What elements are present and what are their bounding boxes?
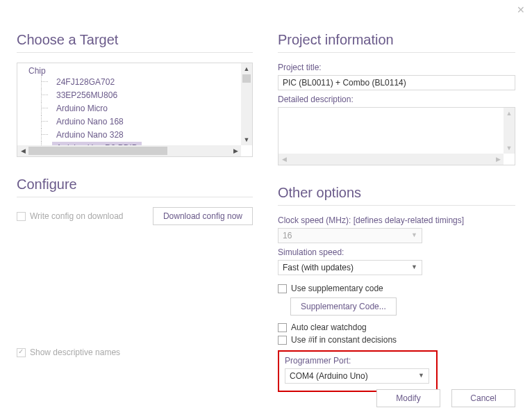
programmer-port-value: COM4 (Arduino Uno) (290, 371, 368, 381)
scroll-right-icon[interactable]: ▶ (492, 154, 504, 165)
tree-item[interactable]: Arduino Nano 328 (17, 129, 241, 142)
desc-label: Detailed description: (278, 95, 515, 104)
tree-item[interactable]: Arduino Micro (17, 102, 241, 115)
cancel-button[interactable]: Cancel (451, 389, 515, 407)
scroll-down-icon[interactable]: ▼ (504, 142, 515, 154)
download-config-button[interactable]: Download config now (153, 207, 253, 225)
desc-content (279, 108, 504, 154)
tree-body: Chip 24FJ128GA70233EP256MU806Arduino Mic… (17, 63, 241, 145)
desc-hscrollbar[interactable]: ◀ ▶ (279, 154, 504, 165)
auto-clear-label: Auto clear watchdog (291, 322, 367, 332)
scroll-up-icon[interactable]: ▲ (504, 108, 515, 119)
tree-item-label: Arduino Nano 168 (52, 115, 128, 129)
divider (278, 52, 515, 53)
scroll-up-icon[interactable]: ▲ (241, 63, 252, 74)
other-options-heading: Other options (278, 185, 515, 201)
divider (17, 197, 253, 197)
clock-speed-select[interactable]: 16 ▼ (278, 228, 422, 243)
write-config-checkbox[interactable] (17, 212, 26, 221)
target-tree[interactable]: Chip 24FJ128GA70233EP256MU806Arduino Mic… (17, 63, 253, 157)
vscroll-thumb[interactable] (242, 74, 251, 83)
use-supp-label: Use supplementary code (291, 284, 383, 293)
use-supp-checkbox[interactable] (278, 284, 287, 293)
tree-item-label: 24FJ128GA702 (52, 76, 119, 89)
scroll-down-icon[interactable]: ▼ (241, 134, 252, 145)
tree-item-label: Arduino Micro (52, 102, 112, 115)
clock-speed-value: 16 (283, 231, 292, 240)
close-icon[interactable]: ✕ (517, 4, 525, 15)
hscroll-thumb[interactable] (28, 147, 167, 155)
programmer-port-select[interactable]: COM4 (Arduino Uno) ▼ (285, 368, 429, 384)
tree-item-label: 33EP256MU806 (52, 89, 122, 102)
show-descriptive-checkbox[interactable]: ✓ (17, 348, 26, 357)
sim-speed-value: Fast (with updates) (283, 263, 354, 272)
divider (278, 205, 515, 206)
show-descriptive-label: Show descriptive names (30, 348, 120, 357)
write-config-label: Write config on download (30, 211, 124, 221)
tree-root-chip[interactable]: Chip (17, 63, 241, 76)
programmer-port-label: Programmer Port: (285, 356, 431, 366)
clock-speed-label: Clock speed (MHz): [defines delay-relate… (278, 215, 515, 225)
chevron-down-icon: ▼ (418, 372, 424, 379)
sim-speed-select[interactable]: Fast (with updates) ▼ (278, 260, 422, 275)
divider (17, 52, 253, 53)
desc-textarea[interactable]: ▲ ▼ ◀ ▶ (278, 107, 515, 165)
vscrollbar[interactable]: ▲ ▼ (241, 63, 252, 145)
tree-item[interactable]: 24FJ128GA702 (17, 76, 241, 89)
programmer-port-highlight: Programmer Port: COM4 (Arduino Uno) ▼ (278, 350, 438, 392)
hscrollbar[interactable]: ◀ ▶ (17, 145, 241, 156)
project-title-label: Project title: (278, 63, 515, 72)
scroll-left-icon[interactable]: ◀ (279, 154, 290, 165)
desc-vscrollbar[interactable]: ▲ ▼ (504, 108, 515, 154)
choose-target-heading: Choose a Target (17, 32, 253, 48)
use-if-label: Use #if in constant decisions (291, 335, 397, 345)
configure-heading: Configure (17, 177, 253, 193)
chevron-down-icon: ▼ (411, 231, 417, 238)
auto-clear-checkbox[interactable] (278, 323, 287, 332)
modify-button[interactable]: Modify (376, 389, 440, 407)
tree-item[interactable]: 33EP256MU806 (17, 89, 241, 102)
use-if-checkbox[interactable] (278, 336, 287, 345)
chevron-down-icon: ▼ (411, 263, 417, 270)
sim-speed-label: Simulation speed: (278, 247, 515, 257)
scroll-left-icon[interactable]: ◀ (17, 145, 28, 156)
tree-item[interactable]: Arduino Nano 168 (17, 115, 241, 129)
project-info-heading: Project information (278, 32, 515, 48)
tree-item-label: Arduino Nano 328 (52, 129, 128, 142)
project-title-input[interactable] (278, 75, 515, 90)
tree-root-label: Chip (24, 66, 50, 76)
scroll-right-icon[interactable]: ▶ (230, 145, 241, 156)
supplementary-code-button[interactable]: Supplementary Code... (290, 297, 397, 316)
